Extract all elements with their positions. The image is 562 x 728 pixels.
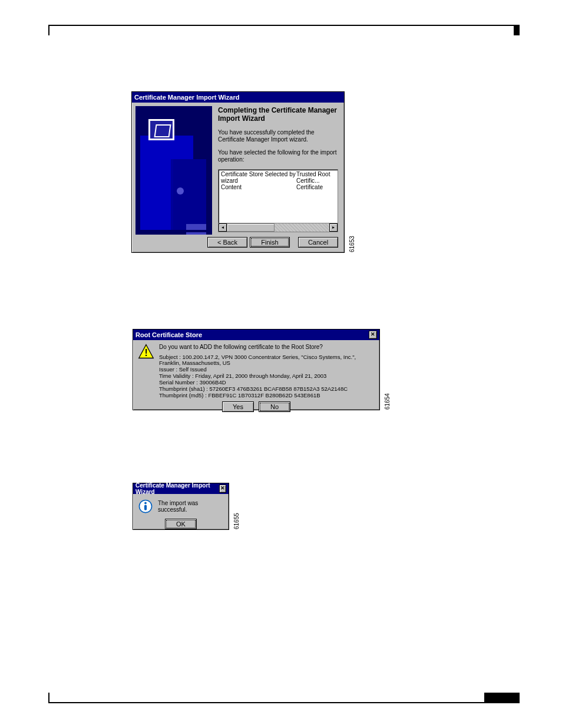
- wizard-title: Certificate Manager Import Wizard: [134, 94, 239, 101]
- wizard-text-1: You have successfully completed the Cert…: [218, 129, 338, 143]
- root-store-title: Root Certificate Store: [135, 331, 202, 338]
- figure-id-1: 61653: [349, 236, 355, 252]
- root-store-titlebar: Root Certificate Store ✕: [133, 330, 379, 340]
- root-store-dialog: Root Certificate Store ✕ ! Do you want t…: [133, 329, 380, 410]
- success-title: Certificate Manager Import Wizard: [135, 482, 219, 495]
- list-value: Certificate: [296, 184, 323, 190]
- cert-subject: Subject : 100.200.147.2, VPN 3000 Concen…: [159, 354, 375, 367]
- finish-button[interactable]: Finish: [250, 237, 290, 248]
- no-button[interactable]: No: [259, 401, 290, 412]
- list-value: Trusted Root Certific...: [296, 171, 335, 184]
- close-icon[interactable]: ✕: [219, 485, 226, 493]
- wizard-titlebar: Certificate Manager Import Wizard: [132, 92, 344, 103]
- page-frame-bottom: [48, 693, 520, 703]
- warning-icon: !: [138, 344, 154, 360]
- horizontal-scrollbar[interactable]: ◂ ▸: [218, 223, 338, 232]
- scroll-right-icon[interactable]: ▸: [329, 223, 338, 232]
- back-button[interactable]: < Back: [207, 237, 247, 248]
- success-dialog: Certificate Manager Import Wizard ✕ The …: [133, 483, 229, 530]
- list-item: Certificate Store Selected by wizard Tru…: [221, 171, 335, 184]
- close-icon[interactable]: ✕: [369, 331, 377, 339]
- wizard-graphic: [135, 106, 212, 235]
- wizard-heading: Completing the Certificate Manager Impor…: [218, 106, 338, 123]
- scroll-thumb[interactable]: [227, 223, 275, 232]
- svg-rect-4: [144, 505, 147, 510]
- root-store-question: Do you want to ADD the following certifi…: [159, 344, 375, 351]
- cert-md5: Thumbprint (md5) : FBBEF91C 1B70312F B28…: [159, 393, 375, 399]
- list-label: Certificate Store Selected by wizard: [221, 171, 296, 184]
- wizard-summary-list: Certificate Store Selected by wizard Tru…: [218, 169, 338, 223]
- success-titlebar: Certificate Manager Import Wizard ✕: [133, 483, 229, 494]
- yes-button[interactable]: Yes: [222, 401, 254, 412]
- success-message: The import was successful.: [158, 500, 224, 513]
- svg-point-3: [144, 502, 147, 504]
- wizard-text-2: You have selected the following for the …: [218, 149, 338, 163]
- ok-button[interactable]: OK: [165, 519, 197, 529]
- list-item: Content Certificate: [221, 184, 335, 190]
- list-label: Content: [221, 184, 296, 190]
- page-frame-top: [48, 25, 520, 35]
- cancel-button[interactable]: Cancel: [298, 237, 338, 248]
- figure-id-3: 61655: [233, 513, 240, 529]
- figure-id-2: 61654: [384, 393, 391, 410]
- wizard-dialog: Certificate Manager Import Wizard Comple…: [131, 91, 345, 253]
- scroll-left-icon[interactable]: ◂: [219, 223, 227, 232]
- info-icon: [138, 499, 153, 514]
- svg-text:!: !: [144, 348, 147, 358]
- certificate-icon: [148, 119, 174, 140]
